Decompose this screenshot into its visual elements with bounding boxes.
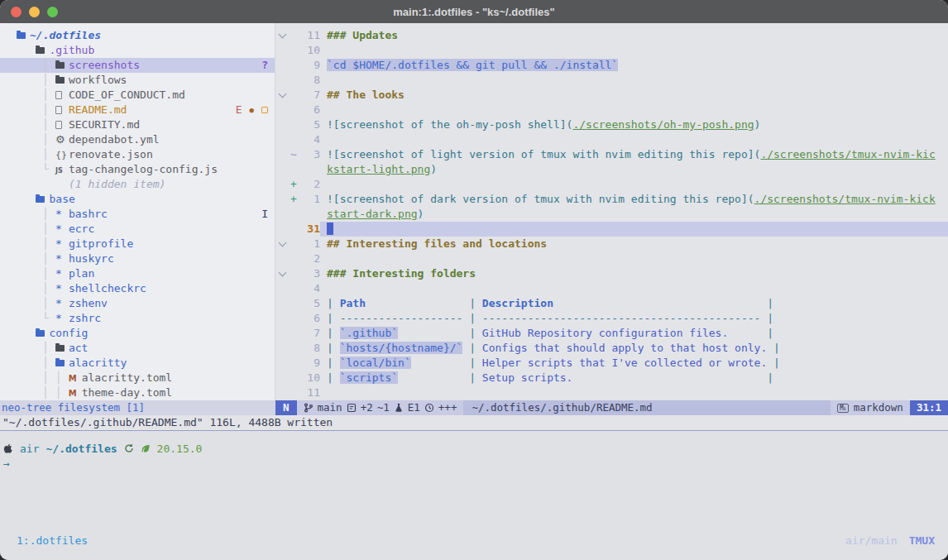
tree-item-screenshots[interactable]: │ screenshots? [0,58,275,73]
line-number: 1 [299,192,320,207]
tree-item-marks: I [261,207,268,222]
cursor-block [327,223,333,235]
editor-line-10[interactable]: 10| `scripts` | Setup scripts. | [275,371,948,385]
titlebar: main:1:.dotfiles - "ks~/.dotfiles" [0,0,948,23]
editor-line-1[interactable]: 1## Interesting files and locations [275,237,948,251]
statusline: N main +2 ~1 E1 +++ ~/.dotfiles/.github/… [275,400,948,415]
editor-line-6[interactable]: 6 [275,103,948,117]
editor-line-wrap[interactable]: start-dark.png) [275,207,948,222]
tree-item-renovate-json[interactable]: │ {}renovate.json [0,147,275,162]
fold-column [275,117,289,132]
tree-item-zshrc[interactable]: └ *zshrc [0,311,275,326]
editor-line-3[interactable]: 3### Interesting folders [275,266,948,281]
js-icon: JS [55,162,69,179]
neotree-statusline: neo-tree filesystem [1] [0,400,275,415]
tmux-window-1[interactable]: 1:.dotfiles [17,534,88,547]
editor-line-2[interactable]: 2 [275,251,948,266]
tree-item-security-md[interactable]: │ SECURITY.md [0,117,275,132]
gutter-sign [289,88,299,103]
editor-line-31[interactable]: 31 [275,222,948,237]
tree-item-theme-day-toml[interactable]: │ │ Mtheme-day.toml [0,385,275,400]
tree-item-dotfiles[interactable]: ~/.dotfiles [0,28,275,43]
toml-icon: M [69,371,82,386]
tree-item-config[interactable]: config [0,326,275,341]
file-icon [55,88,69,103]
diagnostic-errors: E1 [408,400,420,415]
folder-icon [55,73,69,88]
editor-line-11[interactable]: 11### Updates [275,28,948,43]
line-number: 3 [299,147,320,162]
shell-pane[interactable]: air ~/.dotfiles 20.15.0 → 1:.dotfiles ai… [0,431,948,560]
tree-item-1-hidden-item[interactable]: (1 hidden item) [0,177,275,192]
gutter-sign [289,281,299,296]
editor-line-4[interactable]: 4 [275,132,948,147]
editor-line-8[interactable]: 8| `hosts/{hostname}/` | Configs that sh… [275,341,948,356]
line-text [320,281,948,296]
editor-line-4[interactable]: 4 [275,281,948,296]
editor-line-2[interactable]: +2 [275,177,948,192]
filetype-label: markdown [854,400,903,415]
tree-item-marks: ? [261,58,268,73]
clock-icon [424,403,434,413]
filetype-segment: M↓ markdown [831,400,910,415]
editor-line-5[interactable]: 5| Path | Description | [275,296,948,311]
editor-line-10[interactable]: 10 [275,43,948,58]
tree-item-dependabot-yml[interactable]: │ ⚙dependabot.yml [0,132,275,147]
tree-item-bashrc[interactable]: │ *bashrcI [0,207,275,222]
editor-line-3[interactable]: ~3![screenshot of light version of tmux … [275,147,948,162]
tmux-session-name: air/main [845,534,898,547]
gutter-sign [289,385,299,400]
editor-line-5[interactable]: 5![screenshot of the oh-my-posh shell](.… [275,117,948,132]
fold-column [275,222,289,237]
tree-item-code-of-conduct-md[interactable]: │ CODE_OF_CONDUCT.md [0,88,275,103]
fold-column [275,296,289,311]
tree-item-workflows[interactable]: │ workflows [0,73,275,88]
editor-line-7[interactable]: 7| `.github` | GitHub Repository configu… [275,326,948,341]
tree-item-alacritty-toml[interactable]: │ │ Malacritty.toml [0,371,275,385]
tree-item-alacritty[interactable]: │ alacritty [0,356,275,371]
line-number: 11 [299,28,320,43]
star-icon: * [55,207,69,222]
tree-item-gitprofile[interactable]: │ *gitprofile [0,237,275,251]
line-number: 2 [299,177,320,192]
tree-item-base[interactable]: base [0,192,275,207]
gutter-sign [289,58,299,73]
tree-item-label: theme-day.toml [82,386,173,399]
tree-item-act[interactable]: │ act [0,341,275,356]
star-icon: * [55,222,69,237]
line-number: 8 [299,73,320,88]
line-text [320,132,948,147]
line-text: ## The looks [320,88,948,103]
prompt-arrow[interactable]: → [3,457,948,476]
star-icon: * [55,237,69,251]
tree-item-label: base [49,193,74,205]
tree-item-shellcheckrc[interactable]: │ *shellcheckrc [0,281,275,296]
braces-icon: {} [55,147,69,163]
tree-item-plan[interactable]: │ *plan [0,266,275,281]
tree-item-zshenv[interactable]: │ *zshenv [0,296,275,311]
line-number: 5 [299,296,320,311]
editor-line-1[interactable]: +1![screenshot of dark version of tmux w… [275,192,948,207]
mode-indicator: N [275,400,297,415]
editor-line-7[interactable]: 7## The looks [275,88,948,103]
tree-item-label: act [69,342,88,354]
star-icon: * [55,281,69,296]
tmux-label: TMUX [909,534,935,547]
editor-line-9[interactable]: 9| `local/bin` | Helper scripts that I'v… [275,356,948,371]
tree-item-readme-md[interactable]: │ README.mdE● [0,103,275,117]
line-text: ## Interesting files and locations [320,237,948,251]
toml-icon: M [69,385,82,400]
m-dot-mark: ● [250,103,254,117]
line-number: 1 [299,237,320,251]
tree-item-ecrc[interactable]: │ *ecrc [0,222,275,237]
editor-line-11[interactable]: 11 [275,385,948,400]
editor-line-6[interactable]: 6| ------------------- | ---------------… [275,311,948,326]
git-refresh-icon [124,443,134,453]
tree-item-github[interactable]: .github [0,43,275,58]
gutter-sign [289,132,299,147]
tree-item-huskyrc[interactable]: │ *huskyrc [0,251,275,266]
editor-line-9[interactable]: 9`cd $HOME/.dotfiles && git pull && ./in… [275,58,948,73]
editor-line-wrap[interactable]: kstart-light.png) [275,162,948,177]
tree-item-tag-changelog-config-js[interactable]: └ JStag-changelog-config.js [0,162,275,177]
editor-line-8[interactable]: 8 [275,73,948,88]
